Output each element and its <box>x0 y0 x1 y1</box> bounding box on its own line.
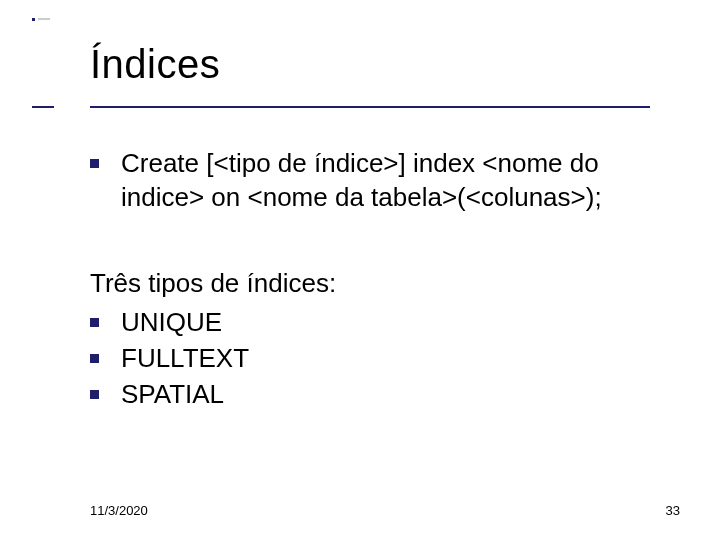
square-bullet-icon <box>90 390 99 399</box>
title-accent-line <box>32 106 54 108</box>
square-bullet-icon <box>90 354 99 363</box>
decor-line <box>38 18 50 20</box>
footer-slide-number: 33 <box>666 503 680 518</box>
footer-date: 11/3/2020 <box>90 503 148 518</box>
slide-title: Índices <box>90 42 656 87</box>
bullet-item: SPATIAL <box>90 378 656 412</box>
bullet-item: UNIQUE <box>90 306 656 340</box>
slide-body: Create [<tipo de índice>] index <nome do… <box>90 147 656 412</box>
slide-footer: 11/3/2020 33 <box>90 503 680 518</box>
bullet-item: Create [<tipo de índice>] index <nome do… <box>90 147 656 215</box>
slide: Índices Create [<tipo de índice>] index … <box>0 0 720 540</box>
decor-dot <box>32 18 35 21</box>
sub-heading: Três tipos de índices: <box>90 267 656 301</box>
bullet-text: FULLTEXT <box>121 342 249 376</box>
bullet-text: UNIQUE <box>121 306 222 340</box>
bullet-item: FULLTEXT <box>90 342 656 376</box>
square-bullet-icon <box>90 159 99 168</box>
bullet-text: Create [<tipo de índice>] index <nome do… <box>121 147 656 215</box>
title-underline <box>90 106 650 108</box>
bullet-text: SPATIAL <box>121 378 224 412</box>
spacer <box>90 223 656 267</box>
square-bullet-icon <box>90 318 99 327</box>
